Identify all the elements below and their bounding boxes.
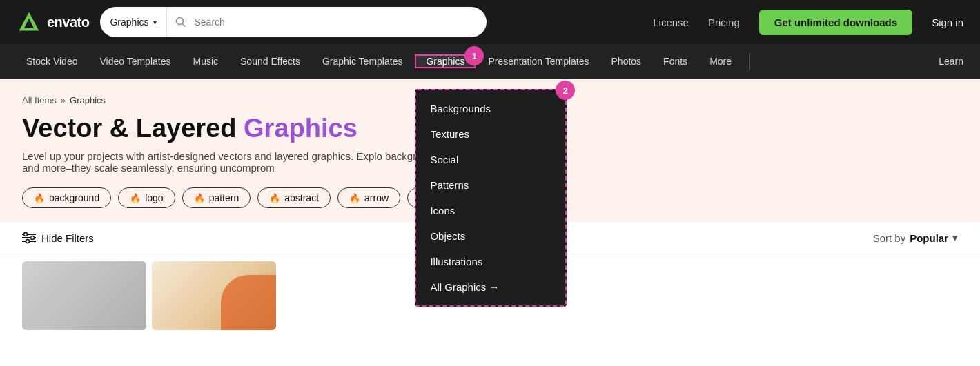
nav-item-music[interactable]: Music	[183, 44, 228, 79]
tag-pattern[interactable]: 🔥 pattern	[182, 187, 251, 208]
svg-line-3	[182, 24, 185, 27]
nav-item-graphics[interactable]: Graphics 1	[415, 54, 476, 68]
envato-logo-icon	[17, 10, 41, 34]
sort-chevron-icon: ▾	[952, 232, 958, 244]
svg-point-9	[26, 240, 30, 243]
fire-icon-4: 🔥	[269, 193, 280, 203]
header-nav: License Pricing Get unlimited downloads …	[653, 10, 963, 35]
tag-logo[interactable]: 🔥 logo	[118, 187, 175, 208]
dropdown-item-patterns[interactable]: Patterns	[416, 172, 565, 198]
nav-item-more[interactable]: More	[700, 44, 741, 79]
dropdown-item-icons[interactable]: Icons	[416, 198, 565, 223]
chevron-down-icon: ▾	[153, 19, 157, 26]
tag-abstract[interactable]: 🔥 abstract	[257, 187, 331, 208]
dropdown-all-graphics[interactable]: All Graphics →	[416, 274, 565, 300]
graphics-dropdown-menu: 2 Backgrounds Textures Social Patterns I…	[415, 89, 567, 307]
graphics-nav-label: Graphics	[426, 56, 464, 67]
logo[interactable]: envato	[17, 10, 89, 34]
fire-icon: 🔥	[34, 193, 45, 203]
search-bar: Graphics ▾	[100, 7, 487, 37]
breadcrumb-current: Graphics	[70, 95, 106, 105]
thumbnail-2[interactable]	[152, 261, 276, 330]
hide-filters-button[interactable]: Hide Filters	[22, 232, 94, 244]
logo-text: envato	[47, 14, 89, 30]
thumbnail-2-decoration	[221, 275, 276, 330]
sign-in-link[interactable]: Sign in	[932, 17, 963, 28]
dropdown-item-objects[interactable]: Objects	[416, 223, 565, 249]
sort-by-button[interactable]: Sort by Popular ▾	[873, 232, 958, 244]
fire-icon-2: 🔥	[130, 193, 141, 203]
page-title-highlight: Graphics	[244, 114, 357, 143]
svg-point-7	[24, 233, 28, 236]
nav-item-graphic-templates[interactable]: Graphic Templates	[313, 44, 412, 79]
dropdown-item-social[interactable]: Social	[416, 147, 565, 172]
thumbnail-1[interactable]	[22, 261, 146, 330]
breadcrumb-all-items[interactable]: All Items	[22, 95, 57, 105]
nav-item-presentation-templates[interactable]: Presentation Templates	[478, 44, 598, 79]
dropdown-item-backgrounds[interactable]: Backgrounds	[416, 96, 565, 121]
page-title-plain: Vector & Layered	[22, 114, 244, 143]
tag-background-label: background	[49, 192, 99, 203]
cta-button[interactable]: Get unlimited downloads	[759, 10, 912, 35]
graphics-nav-wrapper: Graphics 1 2 Backgrounds Textures Social…	[415, 54, 476, 68]
sort-by-label: Sort by	[873, 232, 906, 244]
nav-item-stock-video[interactable]: Stock Video	[17, 44, 87, 79]
filters-icon	[22, 232, 36, 244]
sort-by-value: Popular	[910, 232, 948, 244]
search-category-label: Graphics	[110, 17, 148, 28]
breadcrumb-separator: »	[61, 95, 66, 105]
tag-logo-label: logo	[145, 192, 163, 203]
svg-point-8	[31, 236, 35, 240]
search-icon	[167, 17, 195, 28]
nav-learn-link[interactable]: Learn	[939, 56, 963, 67]
license-link[interactable]: License	[653, 17, 689, 28]
dropdown-item-textures[interactable]: Textures	[416, 121, 565, 147]
nav-divider	[749, 53, 750, 70]
search-input[interactable]	[195, 17, 487, 28]
nav-item-photos[interactable]: Photos	[602, 44, 651, 79]
nav-bar: Stock Video Video Templates Music Sound …	[0, 44, 980, 79]
tag-arrow-label: arrow	[364, 192, 389, 203]
hide-filters-label: Hide Filters	[41, 232, 94, 244]
tag-background[interactable]: 🔥 background	[22, 187, 111, 208]
fire-icon-5: 🔥	[349, 193, 360, 203]
fire-icon-3: 🔥	[194, 193, 205, 203]
tag-pattern-label: pattern	[209, 192, 239, 203]
dropdown-item-illustrations[interactable]: Illustrations	[416, 249, 565, 274]
search-category-selector[interactable]: Graphics ▾	[100, 7, 166, 37]
nav-item-video-templates[interactable]: Video Templates	[90, 44, 180, 79]
nav-item-sound-effects[interactable]: Sound Effects	[231, 44, 310, 79]
pricing-link[interactable]: Pricing	[708, 17, 740, 28]
nav-item-fonts[interactable]: Fonts	[654, 44, 697, 79]
tag-arrow[interactable]: 🔥 arrow	[337, 187, 400, 208]
header: envato Graphics ▾ License Pricing Get un…	[0, 0, 980, 44]
tag-abstract-label: abstract	[284, 192, 319, 203]
